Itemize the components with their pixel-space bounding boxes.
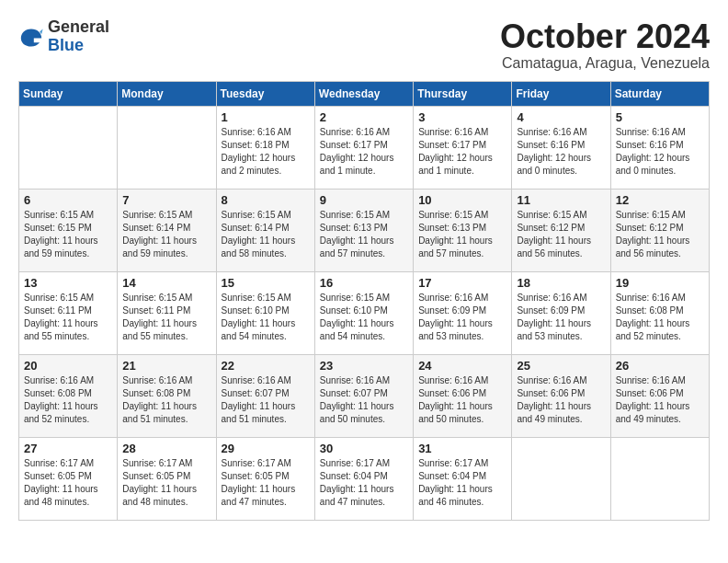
day-info: Sunrise: 6:16 AMSunset: 6:08 PMDaylight:…: [24, 374, 112, 426]
day-info: Sunrise: 6:17 AMSunset: 6:04 PMDaylight:…: [418, 457, 506, 509]
day-number: 16: [320, 276, 408, 290]
day-number: 10: [418, 193, 506, 207]
calendar-cell: 2Sunrise: 6:16 AMSunset: 6:17 PMDaylight…: [314, 106, 413, 189]
day-info: Sunrise: 6:16 AMSunset: 6:18 PMDaylight:…: [222, 126, 310, 178]
calendar-cell: 18Sunrise: 6:16 AMSunset: 6:09 PMDayligh…: [512, 271, 610, 354]
header-thursday: Thursday: [414, 81, 512, 106]
day-number: 30: [320, 442, 408, 455]
day-number: 19: [616, 276, 704, 290]
calendar-cell: 28Sunrise: 6:17 AMSunset: 6:05 PMDayligh…: [118, 437, 216, 520]
day-number: 2: [320, 110, 408, 124]
calendar-header-row: SundayMondayTuesdayWednesdayThursdayFrid…: [19, 81, 710, 106]
calendar-cell: 13Sunrise: 6:15 AMSunset: 6:11 PMDayligh…: [19, 271, 118, 354]
header-monday: Monday: [118, 81, 216, 106]
day-number: 9: [320, 193, 408, 207]
day-number: 31: [418, 442, 506, 455]
day-number: 17: [418, 276, 506, 290]
day-info: Sunrise: 6:17 AMSunset: 6:05 PMDaylight:…: [222, 457, 310, 509]
title-block: October 2024 Camatagua, Aragua, Venezuel…: [500, 18, 710, 72]
header-saturday: Saturday: [610, 81, 709, 106]
day-info: Sunrise: 6:15 AMSunset: 6:13 PMDaylight:…: [320, 209, 408, 260]
day-info: Sunrise: 6:15 AMSunset: 6:11 PMDaylight:…: [122, 292, 210, 343]
calendar-cell: 3Sunrise: 6:16 AMSunset: 6:17 PMDaylight…: [414, 106, 512, 189]
week-row-4: 20Sunrise: 6:16 AMSunset: 6:08 PMDayligh…: [19, 354, 710, 437]
calendar-cell: 10Sunrise: 6:15 AMSunset: 6:13 PMDayligh…: [414, 189, 512, 271]
day-info: Sunrise: 6:17 AMSunset: 6:05 PMDaylight:…: [24, 457, 112, 509]
day-number: 12: [616, 193, 704, 207]
header-friday: Friday: [512, 81, 610, 106]
calendar-cell: 15Sunrise: 6:15 AMSunset: 6:10 PMDayligh…: [216, 271, 314, 354]
day-number: 23: [320, 359, 408, 373]
day-number: 4: [517, 110, 605, 124]
calendar-cell: 14Sunrise: 6:15 AMSunset: 6:11 PMDayligh…: [118, 271, 216, 354]
day-number: 21: [122, 359, 210, 373]
calendar-cell: [19, 106, 118, 189]
day-info: Sunrise: 6:15 AMSunset: 6:10 PMDaylight:…: [320, 292, 408, 343]
day-number: 5: [616, 110, 704, 124]
day-info: Sunrise: 6:16 AMSunset: 6:17 PMDaylight:…: [320, 126, 408, 178]
calendar-cell: 19Sunrise: 6:16 AMSunset: 6:08 PMDayligh…: [610, 271, 709, 354]
calendar-cell: 12Sunrise: 6:15 AMSunset: 6:12 PMDayligh…: [610, 189, 709, 271]
day-info: Sunrise: 6:16 AMSunset: 6:06 PMDaylight:…: [418, 374, 506, 426]
day-info: Sunrise: 6:15 AMSunset: 6:12 PMDaylight:…: [616, 209, 704, 260]
calendar-cell: 16Sunrise: 6:15 AMSunset: 6:10 PMDayligh…: [314, 271, 413, 354]
day-number: 24: [418, 359, 506, 373]
calendar-cell: 8Sunrise: 6:15 AMSunset: 6:14 PMDaylight…: [216, 189, 314, 271]
day-number: 6: [24, 193, 112, 207]
day-number: 3: [418, 110, 506, 124]
calendar-cell: 4Sunrise: 6:16 AMSunset: 6:16 PMDaylight…: [512, 106, 610, 189]
calendar-cell: 17Sunrise: 6:16 AMSunset: 6:09 PMDayligh…: [414, 271, 512, 354]
calendar-cell: 31Sunrise: 6:17 AMSunset: 6:04 PMDayligh…: [414, 437, 512, 520]
day-number: 1: [222, 110, 310, 124]
day-info: Sunrise: 6:16 AMSunset: 6:06 PMDaylight:…: [517, 374, 605, 426]
day-number: 26: [616, 359, 704, 373]
calendar-cell: 24Sunrise: 6:16 AMSunset: 6:06 PMDayligh…: [414, 354, 512, 437]
day-info: Sunrise: 6:16 AMSunset: 6:07 PMDaylight:…: [320, 374, 408, 426]
day-number: 11: [517, 193, 605, 207]
day-info: Sunrise: 6:15 AMSunset: 6:14 PMDaylight:…: [122, 209, 210, 260]
day-info: Sunrise: 6:15 AMSunset: 6:10 PMDaylight:…: [222, 292, 310, 343]
week-row-5: 27Sunrise: 6:17 AMSunset: 6:05 PMDayligh…: [19, 437, 710, 520]
day-info: Sunrise: 6:17 AMSunset: 6:04 PMDaylight:…: [320, 457, 408, 509]
header-wednesday: Wednesday: [314, 81, 413, 106]
logo-icon: [18, 24, 44, 50]
day-number: 7: [122, 193, 210, 207]
day-info: Sunrise: 6:15 AMSunset: 6:12 PMDaylight:…: [517, 209, 605, 260]
calendar-cell: 6Sunrise: 6:15 AMSunset: 6:15 PMDaylight…: [19, 189, 118, 271]
week-row-3: 13Sunrise: 6:15 AMSunset: 6:11 PMDayligh…: [19, 271, 710, 354]
day-number: 14: [122, 276, 210, 290]
calendar-cell: 9Sunrise: 6:15 AMSunset: 6:13 PMDaylight…: [314, 189, 413, 271]
calendar-cell: [512, 437, 610, 520]
week-row-2: 6Sunrise: 6:15 AMSunset: 6:15 PMDaylight…: [19, 189, 710, 271]
calendar-cell: 5Sunrise: 6:16 AMSunset: 6:16 PMDaylight…: [610, 106, 709, 189]
calendar-cell: 30Sunrise: 6:17 AMSunset: 6:04 PMDayligh…: [314, 437, 413, 520]
calendar-table: SundayMondayTuesdayWednesdayThursdayFrid…: [18, 81, 710, 521]
calendar-cell: 1Sunrise: 6:16 AMSunset: 6:18 PMDaylight…: [216, 106, 314, 189]
day-info: Sunrise: 6:16 AMSunset: 6:09 PMDaylight:…: [517, 292, 605, 343]
day-info: Sunrise: 6:16 AMSunset: 6:06 PMDaylight:…: [616, 374, 704, 426]
day-info: Sunrise: 6:16 AMSunset: 6:07 PMDaylight:…: [222, 374, 310, 426]
page-header: General Blue October 2024 Camatagua, Ara…: [18, 18, 710, 72]
week-row-1: 1Sunrise: 6:16 AMSunset: 6:18 PMDaylight…: [19, 106, 710, 189]
location-title: Camatagua, Aragua, Venezuela: [500, 55, 710, 72]
calendar-cell: 21Sunrise: 6:16 AMSunset: 6:08 PMDayligh…: [118, 354, 216, 437]
calendar-cell: 7Sunrise: 6:15 AMSunset: 6:14 PMDaylight…: [118, 189, 216, 271]
month-title: October 2024: [500, 18, 710, 55]
calendar-cell: 11Sunrise: 6:15 AMSunset: 6:12 PMDayligh…: [512, 189, 610, 271]
day-info: Sunrise: 6:15 AMSunset: 6:11 PMDaylight:…: [24, 292, 112, 343]
day-number: 25: [517, 359, 605, 373]
day-number: 18: [517, 276, 605, 290]
day-number: 15: [222, 276, 310, 290]
calendar-cell: 20Sunrise: 6:16 AMSunset: 6:08 PMDayligh…: [19, 354, 118, 437]
calendar-cell: 29Sunrise: 6:17 AMSunset: 6:05 PMDayligh…: [216, 437, 314, 520]
logo-text: General Blue: [48, 18, 109, 55]
day-number: 13: [24, 276, 112, 290]
day-number: 8: [222, 193, 310, 207]
day-number: 27: [24, 442, 112, 455]
day-number: 28: [122, 442, 210, 455]
day-info: Sunrise: 6:15 AMSunset: 6:14 PMDaylight:…: [222, 209, 310, 260]
calendar-cell: [610, 437, 709, 520]
day-number: 29: [222, 442, 310, 455]
day-number: 22: [222, 359, 310, 373]
calendar-cell: 23Sunrise: 6:16 AMSunset: 6:07 PMDayligh…: [314, 354, 413, 437]
